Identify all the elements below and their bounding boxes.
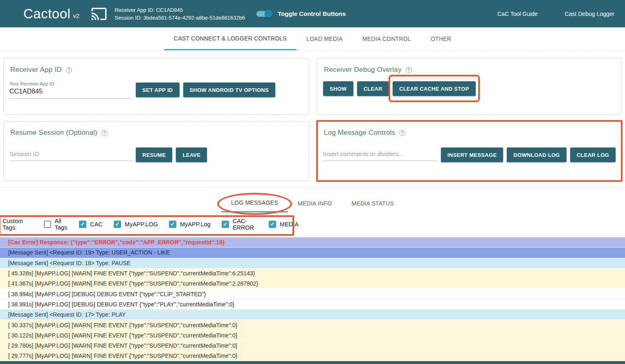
log-tabbar: LOG MESSAGES MEDIA INFO MEDIA STATUS — [0, 188, 625, 212]
clear-overlay-button[interactable]: CLEAR — [357, 81, 389, 96]
panel-resume-session: Resume Session (Optional) RESUME LEAVE — [3, 121, 309, 181]
panel-content: RESUME LEAVE — [9, 147, 303, 162]
cac-tool-guide-link[interactable]: CaC Tool Guide — [497, 11, 538, 17]
log-row: [Message Sent] <Request ID: 18> Type: PA… — [0, 258, 625, 268]
log-row: [Cac Error] Response: {"type":"ERROR","c… — [0, 237, 625, 248]
help-icon[interactable] — [101, 130, 108, 136]
custom-tag-all-tags[interactable]: All Tags — [44, 218, 68, 231]
tag-label: All Tags — [55, 218, 68, 231]
log-row: [ 45.328s] [MyAPP.LOG] [WARN] FINE EVENT… — [0, 268, 625, 279]
log-comment-input-group — [323, 149, 437, 161]
app-name: Cactool — [23, 7, 70, 20]
cactool-app: Cactool v2 Receiver App ID: CC1AD845 Ses… — [0, 0, 625, 364]
panel-receiver-debug-overlay: Receiver Debug Overlay SHOW CLEAR CLEAR … — [317, 58, 622, 115]
panel-content: Your Receiver App ID SET APP ID SHOW AND… — [9, 81, 303, 98]
resume-button[interactable]: RESUME — [136, 147, 172, 162]
app-logo: Cactool v2 — [23, 7, 79, 20]
toggle-control-buttons-label: Toggle Control Buttons — [278, 10, 346, 17]
insert-message-button[interactable]: INSERT MESSAGE — [441, 147, 504, 162]
log-row: [ 30.122s] [MyAPP.LOG] [WARN] FINE EVENT… — [0, 331, 625, 341]
panel-receiver-app-id: Receiver App ID Your Receiver App ID SET… — [3, 58, 309, 115]
custom-tag-myapp-log-upper[interactable]: MyAPP.LOG — [114, 218, 158, 231]
log-row: [Message Sent] <Request ID: 17> Type: PL… — [0, 310, 625, 320]
checkbox-icon[interactable] — [269, 221, 276, 228]
tab-media-control[interactable]: MEDIA CONTROL — [353, 27, 421, 50]
switch-thumb-icon — [265, 10, 273, 18]
panel-title: Log Message Controls — [324, 129, 395, 137]
panel-title-row: Receiver App ID — [10, 66, 303, 74]
log-row: [ 30.337s] [MyAPP.LOG] [WARN] FINE EVENT… — [0, 320, 625, 330]
receiver-app-id-input-label: Your Receiver App ID — [9, 81, 132, 86]
log-row: [ 29.780s] [MyAPP.LOG] [WARN] FINE EVENT… — [0, 341, 625, 351]
checkbox-icon[interactable] — [222, 221, 229, 228]
clear-log-button[interactable]: CLEAR LOG — [570, 147, 616, 162]
custom-tag-myapp-log-mixed[interactable]: MyAPP.Log — [169, 218, 211, 231]
main-tabbar: CAST CONNECT & LOGGER CONTROLS LOAD MEDI… — [0, 27, 625, 51]
session-info: Receiver App ID: CC1AD845 Session ID: 3b… — [115, 6, 245, 22]
tab-cast-connect-logger-controls[interactable]: CAST CONNECT & LOGGER CONTROLS — [164, 27, 297, 50]
toggle-control-buttons-switch[interactable] — [256, 11, 271, 17]
custom-tag-media[interactable]: MEDIA — [269, 218, 299, 231]
set-app-id-button[interactable]: SET APP ID — [136, 83, 180, 97]
tag-label: CAC-ERROR — [233, 218, 258, 231]
session-id-text: Session ID: 3bdea581-574e-4292-a8be-51de… — [115, 14, 245, 22]
panel-title-row: Receiver Debug Overlay — [324, 66, 616, 74]
panel-log-message-controls: Log Message Controls INSERT MESSAGE DOWN… — [317, 121, 622, 181]
show-android-tv-options-button[interactable]: SHOW ANDROID TV OPTIONS — [183, 83, 275, 97]
checkbox-icon[interactable] — [114, 221, 121, 228]
app-header: Cactool v2 Receiver App ID: CC1AD845 Ses… — [0, 0, 625, 27]
log-row: [ 41.367s] [MyAPP.LOG] [WARN] FINE EVENT… — [0, 279, 625, 289]
log-row: [ 29.777s] [MyAPP.LOG] [WARN] FINE EVENT… — [0, 351, 625, 361]
cast-debug-logger-link[interactable]: Cast Debug Logger — [565, 11, 614, 17]
clear-cache-and-stop-button[interactable]: CLEAR CACHE AND STOP — [393, 81, 476, 96]
receiver-app-id-text: Receiver App ID: CC1AD845 — [115, 6, 245, 14]
panel-content: SHOW CLEAR CLEAR CACHE AND STOP — [323, 81, 616, 96]
session-id-input-group — [9, 149, 132, 161]
leave-button[interactable]: LEAVE — [176, 147, 207, 162]
custom-tag-cac[interactable]: CAC — [79, 218, 103, 231]
tab-media-status[interactable]: MEDIA STATUS — [342, 194, 404, 212]
session-id-input[interactable] — [9, 149, 132, 161]
panel-title: Resume Session (Optional) — [10, 129, 97, 137]
tag-label: MEDIA — [280, 221, 299, 228]
checkbox-icon[interactable] — [44, 221, 51, 228]
log-row: [ 38.991s] [MyAPP.LOG] [DEBUG] DEBUG EVE… — [0, 299, 625, 310]
custom-tag-cac-error[interactable]: CAC-ERROR — [222, 218, 258, 231]
panel-title-row: Resume Session (Optional) — [10, 129, 303, 137]
panel-title: Receiver App ID — [10, 66, 62, 74]
tab-load-media[interactable]: LOAD MEDIA — [297, 27, 353, 50]
checkbox-icon[interactable] — [169, 221, 176, 228]
custom-tags-list: All Tags CAC MyAPP.LOG MyAPP.Log CAC-ERR… — [44, 218, 299, 231]
tag-label: MyAPP.Log — [180, 221, 211, 228]
app-version: v2 — [73, 12, 79, 20]
cast-icon — [90, 6, 108, 22]
custom-tags-label: Custom Tags: — [2, 218, 36, 231]
log-messages-list: [Cac Error] Response: {"type":"ERROR","c… — [0, 237, 625, 362]
tag-label: CAC — [90, 221, 103, 228]
help-icon[interactable] — [66, 67, 72, 73]
show-overlay-button[interactable]: SHOW — [323, 81, 353, 96]
log-comment-input[interactable] — [323, 149, 437, 161]
clear-cache-annotated-area: CLEAR CACHE AND STOP — [393, 81, 476, 96]
log-row: [ 38.994s] [MyAPP.LOG] [DEBUG] DEBUG EVE… — [0, 289, 625, 299]
download-log-button[interactable]: DOWNLOAD LOG — [507, 147, 566, 162]
tab-log-messages[interactable]: LOG MESSAGES — [221, 194, 288, 212]
receiver-app-id-input-group: Your Receiver App ID — [9, 81, 132, 98]
custom-tags-bar: Custom Tags: All Tags CAC MyAPP.LOG MyAP… — [0, 212, 299, 236]
help-icon[interactable] — [399, 130, 405, 136]
footer-bar — [0, 361, 625, 364]
checkbox-icon[interactable] — [79, 221, 86, 228]
help-icon[interactable] — [406, 67, 412, 73]
tab-other[interactable]: OTHER — [421, 27, 461, 50]
log-row: [Message Sent] <Request ID: 19> Type: US… — [0, 248, 625, 258]
tag-label: MyAPP.LOG — [125, 221, 158, 228]
panel-title: Receiver Debug Overlay — [324, 66, 402, 74]
panel-title-row: Log Message Controls — [324, 129, 616, 137]
panel-content: INSERT MESSAGE DOWNLOAD LOG CLEAR LOG — [323, 147, 616, 162]
receiver-app-id-input[interactable] — [9, 87, 132, 98]
tab-media-info[interactable]: MEDIA INFO — [288, 194, 342, 212]
log-messages-annotated-area: LOG MESSAGES — [221, 194, 288, 212]
